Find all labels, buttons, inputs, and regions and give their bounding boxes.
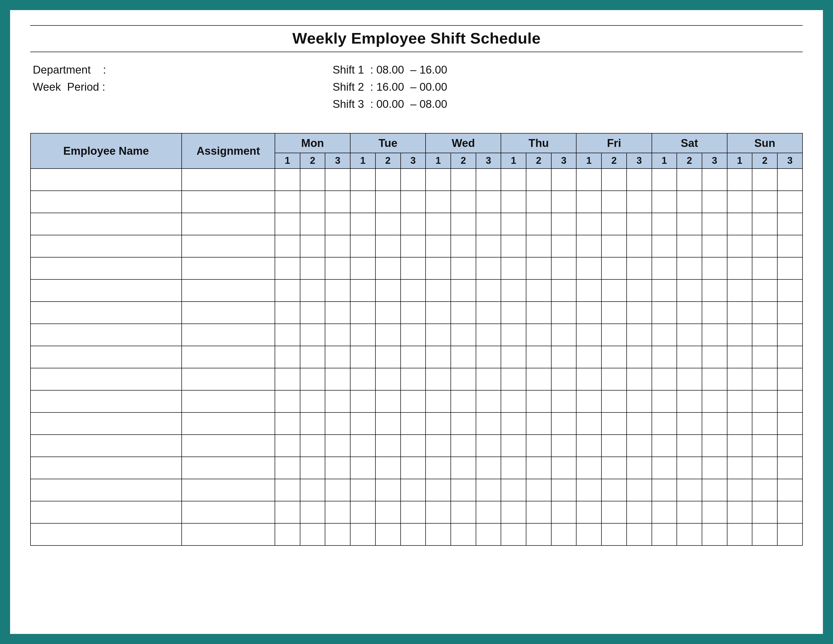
cell-shift[interactable] [576, 324, 601, 346]
cell-assignment[interactable] [182, 169, 275, 191]
cell-shift[interactable] [350, 302, 375, 324]
cell-shift[interactable] [777, 501, 802, 523]
cell-shift[interactable] [426, 457, 451, 479]
cell-shift[interactable] [325, 235, 350, 257]
cell-shift[interactable] [476, 390, 501, 413]
cell-employee-name[interactable] [31, 257, 182, 279]
cell-shift[interactable] [451, 523, 476, 546]
cell-shift[interactable] [551, 523, 576, 546]
cell-shift[interactable] [400, 479, 426, 501]
cell-shift[interactable] [501, 413, 526, 435]
cell-shift[interactable] [375, 413, 400, 435]
cell-shift[interactable] [601, 302, 627, 324]
cell-assignment[interactable] [182, 457, 275, 479]
cell-shift[interactable] [727, 169, 753, 191]
cell-shift[interactable] [677, 235, 702, 257]
cell-shift[interactable] [400, 501, 426, 523]
cell-shift[interactable] [350, 257, 375, 279]
cell-shift[interactable] [400, 457, 426, 479]
cell-shift[interactable] [476, 213, 501, 235]
cell-shift[interactable] [777, 523, 802, 546]
cell-shift[interactable] [501, 523, 526, 546]
cell-shift[interactable] [375, 235, 400, 257]
cell-shift[interactable] [501, 457, 526, 479]
cell-shift[interactable] [275, 390, 300, 413]
cell-shift[interactable] [451, 346, 476, 368]
cell-shift[interactable] [777, 302, 802, 324]
cell-shift[interactable] [350, 413, 375, 435]
cell-shift[interactable] [426, 235, 451, 257]
cell-shift[interactable] [677, 169, 702, 191]
cell-shift[interactable] [526, 457, 551, 479]
cell-shift[interactable] [300, 169, 325, 191]
cell-shift[interactable] [677, 457, 702, 479]
cell-assignment[interactable] [182, 479, 275, 501]
cell-shift[interactable] [601, 191, 627, 213]
cell-shift[interactable] [727, 501, 753, 523]
cell-shift[interactable] [601, 279, 627, 302]
cell-employee-name[interactable] [31, 523, 182, 546]
cell-shift[interactable] [526, 279, 551, 302]
cell-shift[interactable] [752, 479, 777, 501]
cell-shift[interactable] [451, 368, 476, 390]
cell-shift[interactable] [350, 346, 375, 368]
cell-assignment[interactable] [182, 413, 275, 435]
cell-shift[interactable] [426, 257, 451, 279]
cell-shift[interactable] [677, 302, 702, 324]
cell-shift[interactable] [777, 279, 802, 302]
cell-shift[interactable] [601, 390, 627, 413]
cell-shift[interactable] [426, 523, 451, 546]
cell-shift[interactable] [652, 457, 677, 479]
cell-shift[interactable] [375, 213, 400, 235]
cell-shift[interactable] [652, 390, 677, 413]
cell-shift[interactable] [551, 435, 576, 457]
cell-shift[interactable] [627, 413, 652, 435]
cell-shift[interactable] [426, 213, 451, 235]
cell-shift[interactable] [702, 435, 727, 457]
cell-employee-name[interactable] [31, 479, 182, 501]
cell-shift[interactable] [727, 213, 753, 235]
cell-shift[interactable] [350, 435, 375, 457]
cell-shift[interactable] [601, 523, 627, 546]
cell-shift[interactable] [526, 169, 551, 191]
cell-shift[interactable] [325, 346, 350, 368]
cell-shift[interactable] [777, 257, 802, 279]
cell-shift[interactable] [677, 191, 702, 213]
cell-shift[interactable] [752, 413, 777, 435]
cell-shift[interactable] [727, 257, 753, 279]
cell-shift[interactable] [777, 457, 802, 479]
cell-shift[interactable] [702, 413, 727, 435]
cell-shift[interactable] [777, 324, 802, 346]
cell-shift[interactable] [300, 390, 325, 413]
cell-shift[interactable] [501, 368, 526, 390]
cell-shift[interactable] [300, 213, 325, 235]
cell-shift[interactable] [501, 324, 526, 346]
cell-employee-name[interactable] [31, 390, 182, 413]
cell-shift[interactable] [501, 235, 526, 257]
cell-shift[interactable] [375, 523, 400, 546]
cell-shift[interactable] [551, 257, 576, 279]
cell-shift[interactable] [325, 435, 350, 457]
cell-shift[interactable] [551, 457, 576, 479]
cell-shift[interactable] [400, 257, 426, 279]
cell-shift[interactable] [576, 523, 601, 546]
cell-employee-name[interactable] [31, 457, 182, 479]
cell-shift[interactable] [400, 213, 426, 235]
cell-shift[interactable] [702, 169, 727, 191]
cell-shift[interactable] [777, 235, 802, 257]
cell-shift[interactable] [777, 479, 802, 501]
cell-shift[interactable] [451, 435, 476, 457]
cell-shift[interactable] [350, 279, 375, 302]
cell-employee-name[interactable] [31, 279, 182, 302]
cell-shift[interactable] [350, 523, 375, 546]
cell-shift[interactable] [501, 501, 526, 523]
cell-shift[interactable] [777, 213, 802, 235]
cell-shift[interactable] [601, 257, 627, 279]
cell-assignment[interactable] [182, 302, 275, 324]
cell-shift[interactable] [551, 191, 576, 213]
cell-shift[interactable] [627, 169, 652, 191]
cell-assignment[interactable] [182, 324, 275, 346]
cell-shift[interactable] [476, 346, 501, 368]
cell-shift[interactable] [551, 368, 576, 390]
cell-shift[interactable] [400, 346, 426, 368]
